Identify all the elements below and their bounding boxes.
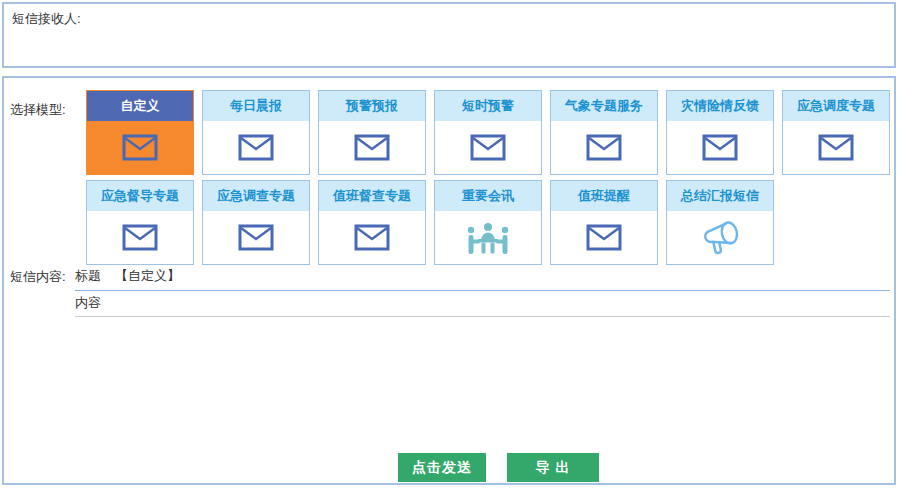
template-card-label: 气象专题服务 — [551, 91, 657, 121]
template-card[interactable]: 自定义 — [86, 90, 194, 175]
envelope-icon — [319, 121, 425, 174]
template-card-label: 值班督查专题 — [319, 181, 425, 211]
sms-content-field[interactable]: 内容 — [75, 295, 890, 317]
template-card-label: 总结汇报短信 — [667, 181, 773, 211]
sms-content-label: 短信内容: — [10, 268, 66, 286]
megaphone-icon — [667, 211, 773, 264]
template-card[interactable]: 应急调查专题 — [202, 180, 310, 265]
title-field-value: 【自定义】 — [115, 267, 180, 285]
export-button[interactable]: 导 出 — [507, 453, 599, 482]
template-card-label: 短时预警 — [435, 91, 541, 121]
template-card[interactable]: 值班提醒 — [550, 180, 658, 265]
template-card[interactable]: 灾情险情反馈 — [666, 90, 774, 175]
envelope-icon — [203, 211, 309, 264]
template-card[interactable]: 应急督导专题 — [86, 180, 194, 265]
template-card[interactable]: 气象专题服务 — [550, 90, 658, 175]
template-card-label: 应急调度专题 — [783, 91, 889, 121]
template-card[interactable]: 每日晨报 — [202, 90, 310, 175]
template-card[interactable]: 重要会讯 — [434, 180, 542, 265]
recipients-label: 短信接收人: — [12, 10, 81, 28]
template-card[interactable]: 短时预警 — [434, 90, 542, 175]
template-card-label: 每日晨报 — [203, 91, 309, 121]
envelope-icon — [319, 211, 425, 264]
template-card[interactable]: 预警预报 — [318, 90, 426, 175]
template-card-label: 应急调查专题 — [203, 181, 309, 211]
meeting-icon — [435, 211, 541, 264]
template-card-label: 重要会讯 — [435, 181, 541, 211]
envelope-icon — [551, 121, 657, 174]
template-card[interactable]: 总结汇报短信 — [666, 180, 774, 265]
compose-panel: 选择模型: 自定义每日晨报预警预报短时预警气象专题服务灾情险情反馈应急调度专题 … — [2, 76, 896, 485]
template-card[interactable]: 值班督查专题 — [318, 180, 426, 265]
content-field-label: 内容 — [75, 294, 101, 312]
template-card[interactable]: 应急调度专题 — [782, 90, 890, 175]
envelope-icon — [667, 121, 773, 174]
select-model-label: 选择模型: — [10, 101, 66, 119]
template-card-label: 应急督导专题 — [87, 181, 193, 211]
template-row-1: 自定义每日晨报预警预报短时预警气象专题服务灾情险情反馈应急调度专题 — [86, 90, 890, 175]
send-button[interactable]: 点击发送 — [398, 453, 486, 482]
envelope-icon — [783, 121, 889, 174]
envelope-icon — [87, 211, 193, 264]
envelope-icon — [203, 121, 309, 174]
template-row-2: 应急督导专题应急调查专题值班督查专题重要会讯值班提醒总结汇报短信 — [86, 180, 774, 265]
envelope-icon — [87, 121, 193, 174]
envelope-icon — [551, 211, 657, 264]
template-card-label: 灾情险情反馈 — [667, 91, 773, 121]
template-card-label: 自定义 — [87, 91, 193, 121]
title-field-label: 标题 — [75, 267, 101, 285]
sms-title-field[interactable]: 标题 【自定义】 — [75, 267, 890, 291]
recipients-box: 短信接收人: — [2, 2, 896, 68]
template-card-label: 预警预报 — [319, 91, 425, 121]
template-card-label: 值班提醒 — [551, 181, 657, 211]
recipients-input[interactable] — [4, 28, 894, 66]
envelope-icon — [435, 121, 541, 174]
